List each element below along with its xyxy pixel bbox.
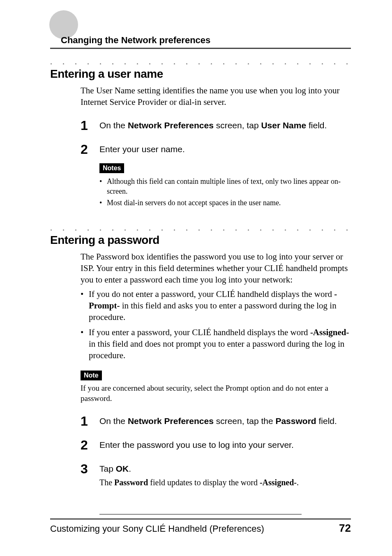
- step-1-username: 1 On the Network Preferences screen, tap…: [81, 120, 351, 132]
- bullet-text: If you enter a password, your CLIÉ handh…: [89, 327, 351, 361]
- chapter-title: Changing the Network preferences: [61, 35, 210, 46]
- step-body: On the Network Preferences screen, tap U…: [99, 120, 351, 132]
- bullet-item: •If you do not enter a password, your CL…: [81, 288, 351, 323]
- section-heading-username: Entering a user name: [50, 67, 351, 81]
- bullet-text: If you do not enter a password, your CLI…: [89, 288, 351, 323]
- section-heading-password: Entering a password: [50, 234, 351, 247]
- notes-list: •Although this field can contain multipl…: [99, 176, 351, 208]
- step-number: 3: [81, 462, 99, 488]
- note-text: If you are concerned about security, sel…: [81, 383, 351, 404]
- text-bold: OK: [116, 464, 129, 473]
- step-subtext: The Password field updates to display th…: [99, 477, 351, 488]
- step-number: 2: [81, 438, 99, 452]
- text-bold: Network Preferences: [128, 120, 214, 130]
- footer-divider-thin: [99, 514, 302, 514]
- note-badge: Note: [81, 371, 102, 380]
- footer-divider: [50, 519, 351, 519]
- text: screen, tap the: [214, 416, 276, 426]
- bullet-list: •If you do not enter a password, your CL…: [81, 288, 351, 361]
- text-bold: User Name: [261, 120, 306, 130]
- step-body: Enter the password you use to log into y…: [99, 439, 351, 452]
- note-item: •Most dial-in servers do not accept spac…: [99, 198, 351, 208]
- section-divider-dots: . . . . . . . . . . . . . . . . . . . . …: [50, 226, 351, 230]
- notes-badge: Notes: [99, 163, 124, 173]
- step-2-password: 2 Enter the password you use to log into…: [81, 439, 351, 452]
- text: On the: [99, 120, 128, 130]
- divider: [50, 48, 351, 49]
- step-body: Enter your user name.: [99, 144, 351, 156]
- note-text: Most dial-in servers do not accept space…: [107, 198, 281, 208]
- text: .: [129, 464, 131, 473]
- section-divider-dots: . . . . . . . . . . . . . . . . . . . . …: [50, 60, 351, 64]
- step-body: Tap OK. The Password field updates to di…: [99, 463, 351, 488]
- footer: Customizing your Sony CLIÉ Handheld (Pre…: [50, 514, 351, 535]
- step-1-password: 1 On the Network Preferences screen, tap…: [81, 415, 351, 428]
- note-item: •Although this field can contain multipl…: [99, 176, 351, 197]
- text-bold: Password: [275, 416, 316, 426]
- bullet-item: •If you enter a password, your CLIÉ hand…: [81, 327, 351, 361]
- step-number: 1: [81, 119, 99, 132]
- note-text: Although this field can contain multiple…: [107, 176, 351, 197]
- text: Tap: [99, 464, 116, 473]
- text: field.: [316, 416, 337, 426]
- footer-title: Customizing your Sony CLIÉ Handheld (Pre…: [50, 524, 264, 534]
- step-number: 1: [81, 415, 99, 428]
- step-body: On the Network Preferences screen, tap t…: [99, 415, 351, 428]
- text: On the: [99, 416, 128, 426]
- text: screen, tap: [214, 120, 261, 130]
- text-bold: Network Preferences: [128, 416, 214, 426]
- step-number: 2: [81, 143, 99, 156]
- page-number: 72: [339, 522, 351, 535]
- section2-intro: The Password box identifies the password…: [81, 251, 351, 286]
- step-3-password: 3 Tap OK. The Password field updates to …: [81, 463, 351, 488]
- section1-intro: The User Name setting identifies the nam…: [81, 85, 351, 108]
- text: field.: [306, 120, 327, 130]
- step-2-username: 2 Enter your user name.: [81, 144, 351, 156]
